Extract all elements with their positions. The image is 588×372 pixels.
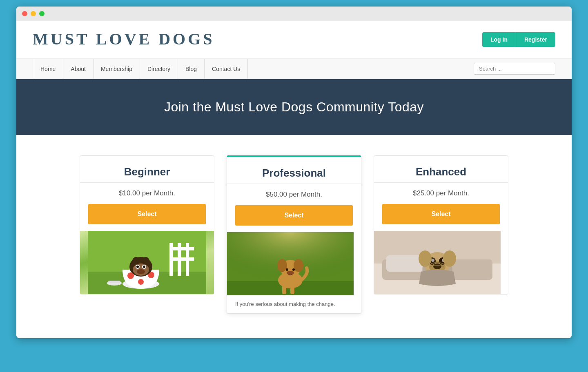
card-price-enhanced: $25.00 per Month. — [374, 183, 508, 204]
logo-text: MUST LOVE DOGS — [33, 30, 215, 48]
site-logo: MUST LOVE DOGS — [33, 29, 215, 50]
card-image-professional — [227, 232, 361, 295]
svg-rect-21 — [108, 281, 120, 283]
svg-point-17 — [136, 266, 139, 268]
card-price-beginner: $10.00 per Month. — [80, 183, 214, 204]
select-button-enhanced[interactable]: Select — [382, 204, 500, 224]
site-header: MUST LOVE DOGS Log In Register — [16, 21, 572, 59]
svg-point-46 — [433, 264, 441, 269]
svg-point-33 — [287, 271, 294, 275]
svg-rect-5 — [169, 247, 194, 250]
membership-cards: Beginner $10.00 per Month. Select — [41, 155, 547, 314]
card-price-professional: $50.00 per Month. — [227, 184, 361, 205]
nav-bar: Home About Membership Directory Blog Con… — [16, 59, 572, 79]
card-title-professional: Professional — [235, 167, 353, 179]
svg-point-48 — [443, 250, 456, 267]
svg-point-47 — [419, 250, 432, 267]
svg-rect-34 — [282, 285, 286, 294]
card-title-beginner: Beginner — [88, 166, 206, 178]
maximize-button[interactable] — [39, 11, 45, 16]
card-header-professional: Professional — [227, 157, 361, 184]
nav-item-directory[interactable]: Directory — [140, 59, 178, 79]
browser-window: MUST LOVE DOGS Log In Register Home Abou… — [16, 7, 572, 338]
title-bar — [16, 7, 572, 21]
card-image-enhanced — [374, 231, 508, 294]
svg-point-19 — [137, 269, 145, 274]
card-header-beginner: Beginner — [80, 156, 214, 183]
membership-section: Beginner $10.00 per Month. Select — [16, 135, 572, 338]
membership-card-beginner: Beginner $10.00 per Month. Select — [80, 155, 214, 294]
card-description-professional: If you're serious about making the chang… — [227, 295, 361, 313]
search-input[interactable] — [474, 63, 555, 75]
svg-point-28 — [294, 259, 303, 272]
nav-item-home[interactable]: Home — [33, 59, 63, 79]
svg-point-32 — [292, 268, 295, 271]
card-header-enhanced: Enhanced — [374, 156, 508, 183]
membership-card-professional: Professional $50.00 per Month. Select — [227, 155, 361, 314]
svg-point-18 — [143, 266, 145, 268]
nav-item-blog[interactable]: Blog — [178, 59, 205, 79]
header-auth-buttons: Log In Register — [482, 32, 555, 47]
hero-title: Join the Must Love Dogs Community Today — [33, 100, 555, 115]
professional-dog-svg — [227, 232, 354, 295]
card-image-beginner — [80, 231, 214, 294]
nav-links: Home About Membership Directory Blog Con… — [33, 59, 248, 79]
close-button[interactable] — [22, 11, 27, 16]
svg-rect-6 — [169, 257, 194, 261]
beginner-dog-svg — [88, 231, 206, 294]
svg-point-27 — [277, 259, 287, 272]
nav-item-contact[interactable]: Contact Us — [205, 59, 248, 79]
select-button-beginner[interactable]: Select — [88, 204, 206, 224]
nav-item-membership[interactable]: Membership — [94, 59, 140, 79]
nav-item-about[interactable]: About — [63, 59, 94, 79]
enhanced-dog-svg — [374, 231, 501, 294]
svg-rect-35 — [290, 286, 294, 294]
register-button[interactable]: Register — [516, 32, 555, 47]
search-box — [474, 63, 555, 75]
svg-point-31 — [286, 268, 288, 271]
login-button[interactable]: Log In — [482, 32, 516, 47]
svg-point-10 — [138, 279, 144, 285]
hero-banner: Join the Must Love Dogs Community Today — [16, 79, 572, 135]
svg-point-44 — [431, 259, 434, 262]
membership-card-enhanced: Enhanced $25.00 per Month. Select — [374, 155, 508, 294]
select-button-professional[interactable]: Select — [235, 205, 353, 226]
minimize-button[interactable] — [31, 11, 36, 16]
card-title-enhanced: Enhanced — [382, 166, 500, 178]
